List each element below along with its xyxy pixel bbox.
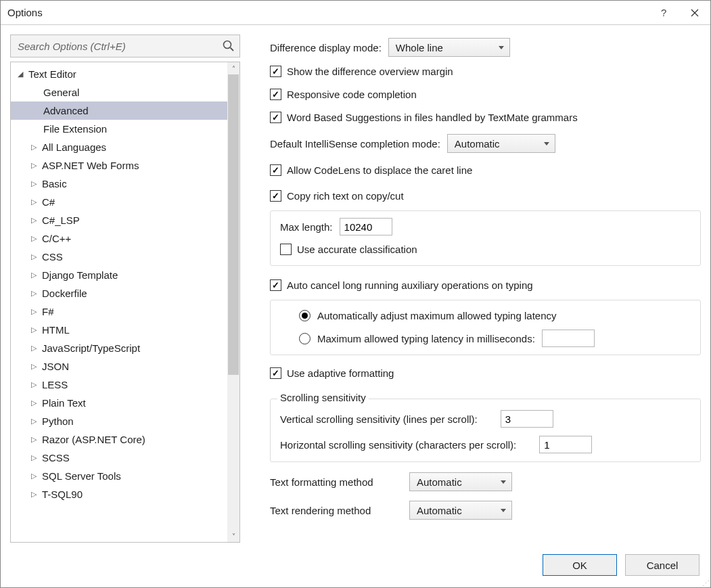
show-overview-label: Show the difference overview margin xyxy=(287,66,453,77)
search-icon xyxy=(222,39,235,53)
scroll-track[interactable] xyxy=(227,74,239,530)
expand-icon: ▷ xyxy=(31,435,41,444)
vscroll-label: Vertical scrolling sensitivity (lines pe… xyxy=(280,413,478,425)
left-panel: ◢ Text Editor General Advanced File Exte… xyxy=(10,35,240,543)
expand-icon: ▷ xyxy=(31,234,41,243)
adaptive-fmt-label: Use adaptive formatting xyxy=(287,367,394,379)
tree-item-all-languages[interactable]: ▷All Languages xyxy=(11,138,227,156)
codelens-row[interactable]: Allow CodeLens to displace the caret lin… xyxy=(270,160,701,179)
tree-item-csharp-lsp[interactable]: ▷C#_LSP xyxy=(11,211,227,229)
window-title: Options xyxy=(7,7,648,18)
tree-item-scss[interactable]: ▷SCSS xyxy=(11,449,227,467)
fmt-row: Text formatting method Automatic xyxy=(270,472,701,492)
diff-display-row: Difference display mode: Whole line xyxy=(270,37,701,58)
expand-icon: ▷ xyxy=(31,490,41,499)
scroll-down-icon[interactable]: ˅ xyxy=(232,530,235,542)
render-select[interactable]: Automatic xyxy=(409,501,512,520)
tree-scrollbar[interactable]: ˄ ˅ xyxy=(227,62,239,542)
show-overview-checkbox[interactable] xyxy=(270,66,281,77)
vscroll-input[interactable] xyxy=(501,410,553,428)
maxlen-input[interactable] xyxy=(340,218,392,235)
tree-item-less[interactable]: ▷LESS xyxy=(11,376,227,394)
expand-icon: ▷ xyxy=(31,307,41,316)
tree-item-basic[interactable]: ▷Basic xyxy=(11,175,227,193)
responsive-completion-checkbox[interactable] xyxy=(270,89,281,100)
collapse-icon: ◢ xyxy=(18,70,27,78)
tree-item-tsql90[interactable]: ▷T-SQL90 xyxy=(11,485,227,503)
tree-item-js-ts[interactable]: ▷JavaScript/TypeScript xyxy=(11,339,227,357)
titlebar: Options ? xyxy=(1,1,710,25)
scroll-up-icon[interactable]: ˄ xyxy=(232,62,235,74)
radio-auto-label: Automatically adjust maximum allowed typ… xyxy=(317,310,557,321)
tree-item-html[interactable]: ▷HTML xyxy=(11,321,227,339)
tree-item-python[interactable]: ▷Python xyxy=(11,412,227,430)
autocancel-checkbox[interactable] xyxy=(270,279,281,291)
autocancel-label: Auto cancel long running auxiliary opera… xyxy=(287,279,533,291)
tree-item-plain-text[interactable]: ▷Plain Text xyxy=(11,394,227,412)
tree-item-fsharp[interactable]: ▷F# xyxy=(11,302,227,321)
textmate-suggestions-row[interactable]: Word Based Suggestions in files handled … xyxy=(270,108,701,127)
intellisense-label: Default IntelliSense completion mode: xyxy=(270,138,440,150)
radio-max-input[interactable] xyxy=(542,330,595,347)
codelens-checkbox[interactable] xyxy=(270,164,281,176)
adaptive-fmt-checkbox[interactable] xyxy=(270,367,281,379)
copy-rich-group: Max length: Use accurate classification xyxy=(270,210,701,266)
expand-icon: ▷ xyxy=(31,472,41,480)
scroll-thumb[interactable] xyxy=(228,74,239,375)
expand-icon: ▷ xyxy=(31,362,41,371)
accurate-class-row[interactable]: Use accurate classification xyxy=(280,240,691,258)
tree-container: ◢ Text Editor General Advanced File Exte… xyxy=(10,62,240,543)
expand-icon: ▷ xyxy=(31,198,41,206)
search-box[interactable] xyxy=(10,35,240,58)
tree-item-general[interactable]: General xyxy=(11,83,227,101)
expand-icon: ▷ xyxy=(31,399,41,407)
tree-item-django[interactable]: ▷Django Template xyxy=(11,266,227,284)
dialog-footer: OK Cancel ⋰ xyxy=(1,543,710,587)
cancel-button[interactable]: Cancel xyxy=(625,554,699,576)
tree-item-csharp[interactable]: ▷C# xyxy=(11,193,227,211)
expand-icon: ▷ xyxy=(31,344,41,353)
resize-grip-icon[interactable]: ⋰ xyxy=(702,581,709,586)
show-overview-row[interactable]: Show the difference overview margin xyxy=(270,62,701,81)
expand-icon: ▷ xyxy=(31,161,41,170)
radio-auto[interactable] xyxy=(299,310,311,321)
intellisense-select[interactable]: Automatic xyxy=(447,134,555,153)
autocancel-row[interactable]: Auto cancel long running auxiliary opera… xyxy=(270,275,701,294)
tree-item-file-extension[interactable]: File Extension xyxy=(11,120,227,138)
expand-icon: ▷ xyxy=(31,380,41,389)
tree-item-sql-server[interactable]: ▷SQL Server Tools xyxy=(11,467,227,485)
options-tree[interactable]: ◢ Text Editor General Advanced File Exte… xyxy=(11,62,227,542)
responsive-completion-row[interactable]: Responsive code completion xyxy=(270,85,701,104)
scroll-group: Scrolling sensitivity Vertical scrolling… xyxy=(270,399,701,462)
tree-item-css[interactable]: ▷CSS xyxy=(11,248,227,266)
close-button[interactable] xyxy=(679,1,710,25)
copy-rich-row[interactable]: Copy rich text on copy/cut xyxy=(270,186,701,205)
tree-item-aspnet-webforms[interactable]: ▷ASP.NET Web Forms xyxy=(11,156,227,175)
radio-max-row[interactable]: Maximum allowed typing latency in millis… xyxy=(299,329,691,348)
tree-item-c-cpp[interactable]: ▷C/C++ xyxy=(11,229,227,248)
tree-item-razor[interactable]: ▷Razor (ASP.NET Core) xyxy=(11,430,227,449)
radio-max[interactable] xyxy=(299,333,311,344)
autocancel-group: Automatically adjust maximum allowed typ… xyxy=(270,300,701,355)
hscroll-input[interactable] xyxy=(539,436,592,453)
fmt-select[interactable]: Automatic xyxy=(409,472,512,491)
accurate-class-checkbox[interactable] xyxy=(280,244,292,255)
adaptive-fmt-row[interactable]: Use adaptive formatting xyxy=(270,363,701,382)
copy-rich-checkbox[interactable] xyxy=(270,190,281,202)
responsive-completion-label: Responsive code completion xyxy=(287,89,417,100)
tree-root-text-editor[interactable]: ◢ Text Editor xyxy=(11,65,227,83)
tree-label: Text Editor xyxy=(28,68,76,80)
radio-auto-row[interactable]: Automatically adjust maximum allowed typ… xyxy=(299,306,691,325)
tree-item-advanced[interactable]: Advanced xyxy=(11,101,227,120)
expand-icon: ▷ xyxy=(31,289,41,298)
diff-display-select[interactable]: Whole line xyxy=(388,38,510,57)
help-button[interactable]: ? xyxy=(648,1,679,25)
textmate-suggestions-checkbox[interactable] xyxy=(270,112,281,123)
tree-item-dockerfile[interactable]: ▷Dockerfile xyxy=(11,284,227,302)
search-input[interactable] xyxy=(16,40,216,53)
ok-button[interactable]: OK xyxy=(543,554,617,576)
expand-icon: ▷ xyxy=(31,325,41,334)
tree-item-json[interactable]: ▷JSON xyxy=(11,357,227,376)
options-dialog: Options ? ◢ Text Editor Gener xyxy=(0,0,711,588)
hscroll-label: Horizontal scrolling sensitivity (charac… xyxy=(280,439,516,451)
